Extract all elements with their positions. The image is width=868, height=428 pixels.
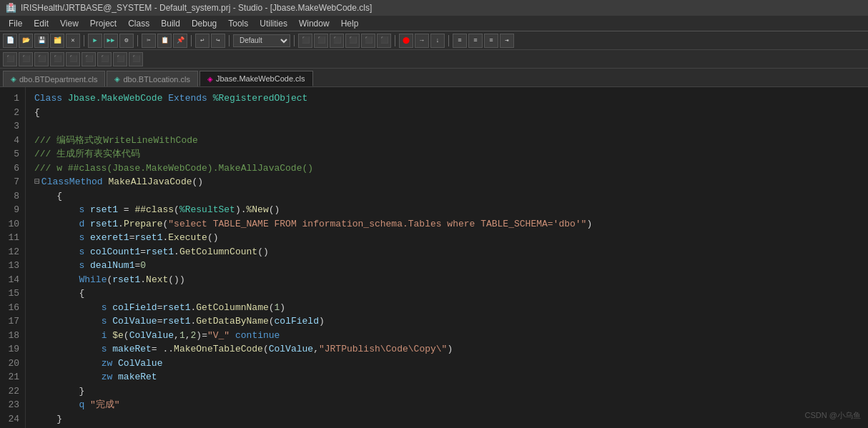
tb-extra2[interactable]: ≡ — [468, 34, 483, 48]
editor: 1 2 3 4 5 6 7 8 9 10 11 12 13 14 15 16 1… — [0, 87, 868, 428]
sep7 — [448, 35, 449, 46]
menu-edit[interactable]: Edit — [28, 17, 54, 30]
watermark: CSDN @小乌鱼 — [805, 410, 861, 421]
step-over[interactable]: → — [415, 34, 429, 48]
run2-btn[interactable]: ▶▶ — [104, 34, 118, 48]
sep2 — [137, 35, 138, 46]
menu-bar: File Edit View Project Class Build Debug… — [0, 16, 868, 31]
code-area[interactable]: Class Jbase.MakeWebCode Extends %Registe… — [26, 87, 868, 428]
tab-btdepartment[interactable]: ◈ dbo.BTDepartment.cls — [3, 71, 105, 86]
toolbar-dropdown[interactable]: Default — [233, 34, 290, 47]
tb2-btn1[interactable]: ⬛ — [3, 52, 17, 66]
tab-btlocation[interactable]: ◈ dbo.BTLocation.cls — [107, 71, 198, 86]
toolbar-2: ⬛ ⬛ ⬛ ⬛ ⬛ ⬛ ⬛ ⬛ ⬛ — [0, 50, 868, 69]
tb-btn6[interactable]: ⬛ — [377, 34, 391, 48]
tab-label-3: Jbase.MakeWebCode.cls — [216, 74, 305, 83]
sep1 — [84, 35, 84, 46]
menu-build[interactable]: Build — [155, 17, 186, 30]
tab-icon-3: ◈ — [207, 75, 213, 83]
tb2-btn4[interactable]: ⬛ — [50, 52, 64, 66]
menu-window[interactable]: Window — [293, 17, 335, 30]
tb-extra4[interactable]: ⇥ — [500, 34, 514, 48]
save-btn[interactable]: 💾 — [34, 34, 49, 48]
title-text: IRISHealth/JRTBASE@_SYSTEM - Default_sys… — [21, 3, 372, 13]
tb2-btn6[interactable]: ⬛ — [82, 52, 96, 66]
run-btn[interactable]: ▶ — [88, 34, 102, 48]
close-btn[interactable]: ✕ — [66, 34, 80, 48]
menu-project[interactable]: Project — [84, 17, 122, 30]
tb-extra3[interactable]: ≡ — [484, 34, 498, 48]
save-all-btn[interactable]: 🗂️ — [50, 34, 64, 48]
sep5 — [294, 35, 295, 46]
line-numbers: 1 2 3 4 5 6 7 8 9 10 11 12 13 14 15 16 1… — [0, 87, 26, 428]
tb-extra1[interactable]: ≡ — [453, 34, 467, 48]
sep4 — [229, 35, 230, 46]
cut-btn[interactable]: ✂ — [142, 34, 156, 48]
menu-file[interactable]: File — [3, 17, 28, 30]
tab-label-2: dbo.BTLocation.cls — [123, 75, 190, 84]
tab-icon-2: ◈ — [114, 75, 120, 83]
step-in[interactable]: ↓ — [430, 34, 445, 48]
tb2-btn5[interactable]: ⬛ — [66, 52, 80, 66]
tb-btn4[interactable]: ⬛ — [345, 34, 360, 48]
compile-btn[interactable]: ⚙ — [119, 34, 134, 48]
tb2-btn2[interactable]: ⬛ — [19, 52, 33, 66]
menu-utilities[interactable]: Utilities — [254, 17, 293, 30]
tb2-btn8[interactable]: ⬛ — [113, 52, 127, 66]
menu-help[interactable]: Help — [335, 17, 365, 30]
tb2-btn9[interactable]: ⬛ — [129, 52, 143, 66]
redo-btn[interactable]: ↪ — [211, 34, 225, 48]
toolbar-1: 📄 📂 💾 🗂️ ✕ ▶ ▶▶ ⚙ ✂ 📋 📌 ↩ ↪ Default ⬛ ⬛ … — [0, 31, 868, 50]
tb-btn2[interactable]: ⬛ — [314, 34, 328, 48]
sep3 — [191, 35, 192, 46]
menu-class[interactable]: Class — [122, 17, 155, 30]
undo-btn[interactable]: ↩ — [195, 34, 209, 48]
menu-view[interactable]: View — [54, 17, 84, 30]
tb2-btn3[interactable]: ⬛ — [34, 52, 49, 66]
copy-btn[interactable]: 📋 — [157, 34, 172, 48]
menu-tools[interactable]: Tools — [222, 17, 254, 30]
open-btn[interactable]: 📂 — [19, 34, 33, 48]
tb2-btn7[interactable]: ⬛ — [97, 52, 112, 66]
tab-label-1: dbo.BTDepartment.cls — [19, 75, 97, 84]
tab-bar: ◈ dbo.BTDepartment.cls ◈ dbo.BTLocation.… — [0, 69, 868, 87]
menu-debug[interactable]: Debug — [186, 17, 222, 30]
paste-btn[interactable]: 📌 — [173, 34, 187, 48]
tb-btn1[interactable]: ⬛ — [298, 34, 312, 48]
tb-btn3[interactable]: ⬛ — [330, 34, 344, 48]
tab-icon-1: ◈ — [11, 75, 16, 83]
app-icon: 🏥 — [6, 3, 16, 13]
debug-btn[interactable]: ⬤ — [399, 34, 413, 48]
sep6 — [395, 35, 395, 46]
new-btn[interactable]: 📄 — [3, 34, 17, 48]
tb-btn5[interactable]: ⬛ — [361, 34, 375, 48]
title-bar: 🏥 IRISHealth/JRTBASE@_SYSTEM - Default_s… — [0, 0, 868, 16]
tab-makewebcode[interactable]: ◈ Jbase.MakeWebCode.cls — [199, 71, 313, 86]
